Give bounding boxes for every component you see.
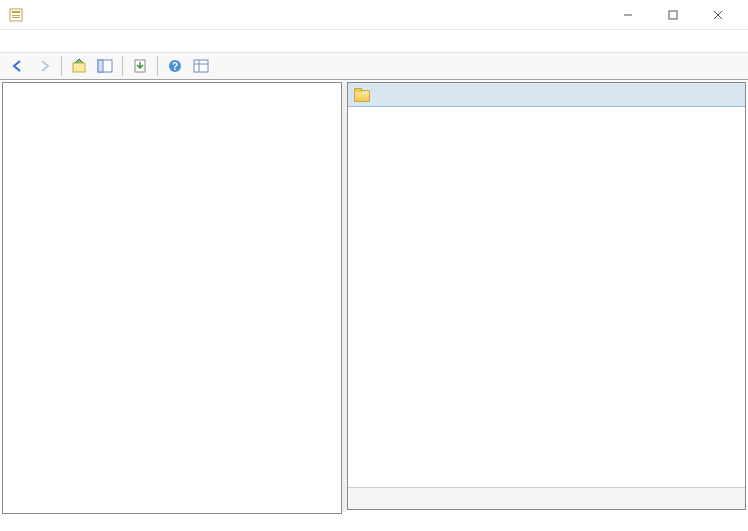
name-column-header[interactable] bbox=[568, 115, 737, 121]
up-button[interactable] bbox=[67, 54, 91, 78]
forward-button[interactable] bbox=[32, 54, 56, 78]
svg-rect-3 bbox=[12, 17, 20, 18]
details-body bbox=[348, 107, 745, 487]
help-button[interactable]: ? bbox=[163, 54, 187, 78]
tree-pane[interactable] bbox=[2, 82, 342, 514]
toolbar: ? bbox=[0, 52, 748, 80]
app-icon bbox=[8, 7, 24, 23]
description-column bbox=[356, 115, 556, 479]
menu-help[interactable] bbox=[58, 39, 74, 43]
toolbar-separator bbox=[61, 56, 62, 76]
menu-view[interactable] bbox=[40, 39, 56, 43]
toolbar-separator bbox=[122, 56, 123, 76]
export-button[interactable] bbox=[128, 54, 152, 78]
svg-text:?: ? bbox=[172, 61, 178, 72]
maximize-button[interactable] bbox=[650, 1, 695, 29]
content-area bbox=[0, 80, 748, 512]
name-column bbox=[568, 115, 737, 479]
svg-rect-2 bbox=[12, 15, 20, 16]
filter-button[interactable] bbox=[189, 54, 213, 78]
close-button[interactable] bbox=[695, 1, 740, 29]
toolbar-separator bbox=[157, 56, 158, 76]
svg-rect-8 bbox=[73, 63, 85, 72]
details-header bbox=[348, 83, 745, 107]
minimize-button[interactable] bbox=[605, 1, 650, 29]
details-pane bbox=[347, 82, 746, 510]
svg-rect-5 bbox=[669, 11, 677, 19]
show-hide-tree-button[interactable] bbox=[93, 54, 117, 78]
tabs bbox=[348, 487, 745, 509]
back-button[interactable] bbox=[6, 54, 30, 78]
folder-icon bbox=[354, 88, 370, 102]
menubar bbox=[0, 30, 748, 52]
svg-rect-14 bbox=[194, 60, 208, 72]
svg-rect-1 bbox=[12, 11, 20, 13]
titlebar bbox=[0, 0, 748, 30]
svg-rect-10 bbox=[98, 60, 103, 72]
menu-file[interactable] bbox=[4, 39, 20, 43]
menu-action[interactable] bbox=[22, 39, 38, 43]
